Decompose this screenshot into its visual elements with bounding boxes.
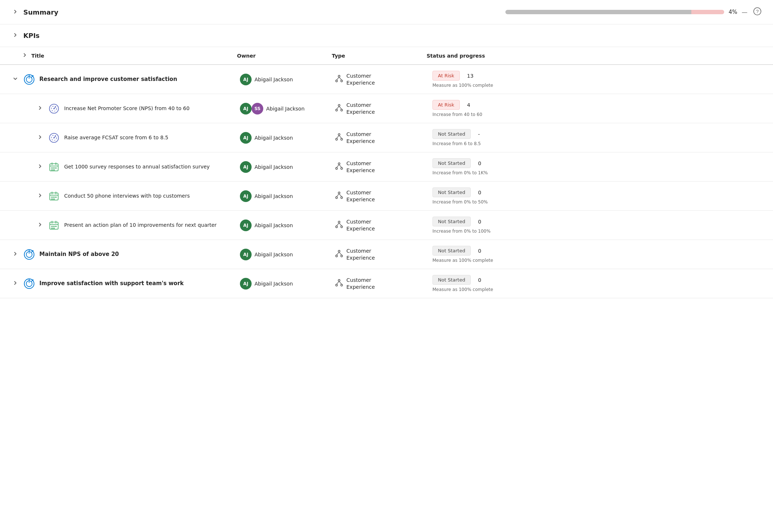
status-badge[interactable]: At Risk xyxy=(432,100,460,110)
cell-type: CustomerExperience xyxy=(332,240,427,269)
svg-line-40 xyxy=(337,165,339,168)
col-title-chevron[interactable] xyxy=(22,52,28,59)
kpis-chevron[interactable] xyxy=(12,32,19,39)
status-badge[interactable]: Not Started xyxy=(432,246,471,256)
summary-chevron[interactable] xyxy=(12,9,19,16)
row-chevron[interactable] xyxy=(36,105,44,112)
obj-title[interactable]: Get 1000 survey responses to annual sati… xyxy=(64,163,210,171)
svg-point-6 xyxy=(336,80,338,82)
obj-title[interactable]: Increase Net Promoter Score (NPS) from 4… xyxy=(64,105,190,112)
type-text: CustomerExperience xyxy=(346,248,375,261)
type-text: CustomerExperience xyxy=(346,189,375,202)
obj-title[interactable]: Improve satisfaction with support team's… xyxy=(39,280,184,287)
summary-progress: 4% — ? xyxy=(505,7,761,17)
svg-rect-48 xyxy=(55,196,57,198)
row-chevron[interactable] xyxy=(36,222,44,229)
svg-text:?: ? xyxy=(756,9,758,14)
row-chevron[interactable] xyxy=(36,134,44,141)
col-header-title: Title xyxy=(0,52,237,59)
progress-number: 0 xyxy=(475,190,481,195)
avatar-primary: AJ xyxy=(240,278,252,290)
svg-rect-32 xyxy=(51,167,53,168)
row-chevron[interactable] xyxy=(36,193,44,199)
svg-line-84 xyxy=(337,281,339,284)
type-text: CustomerExperience xyxy=(346,277,375,290)
type-icon xyxy=(335,104,343,113)
obj-title[interactable]: Maintain NPS of above 20 xyxy=(39,251,119,258)
progress-bar-track xyxy=(505,10,724,14)
owner-name: Abigail Jackson xyxy=(255,164,293,170)
svg-point-82 xyxy=(336,284,338,286)
objective-row-obj1-4: Conduct 50 phone interviews with top cus… xyxy=(0,182,773,211)
obj-title[interactable]: Raise average FCSAT score from 6 to 8.5 xyxy=(64,134,168,141)
status-badge[interactable]: At Risk xyxy=(432,71,460,81)
status-badge[interactable]: Not Started xyxy=(432,275,471,285)
svg-line-26 xyxy=(337,136,339,139)
status-badge[interactable]: Not Started xyxy=(432,217,471,226)
avatar-primary: AJ xyxy=(240,103,252,114)
status-badge[interactable]: Not Started xyxy=(432,187,471,197)
avatar-primary: AJ xyxy=(240,132,252,144)
cell-title: Research and improve customer satisfacti… xyxy=(0,65,237,94)
type-icon xyxy=(335,279,343,288)
svg-point-74 xyxy=(336,255,338,257)
svg-rect-36 xyxy=(53,169,55,171)
svg-line-68 xyxy=(337,223,339,226)
col-header-status: Status and progress xyxy=(427,53,773,59)
obj-title[interactable]: Conduct 50 phone interviews with top cus… xyxy=(64,193,190,200)
obj-title[interactable]: Research and improve customer satisfacti… xyxy=(39,75,177,83)
avatar-primary: AJ xyxy=(240,74,252,85)
svg-rect-63 xyxy=(51,228,53,229)
type-text: CustomerExperience xyxy=(346,218,375,232)
svg-rect-34 xyxy=(55,167,57,168)
obj-title[interactable]: Present an action plan of 10 improvement… xyxy=(64,222,217,229)
progress-number: 4 xyxy=(464,102,470,108)
cell-type: CustomerExperience xyxy=(332,211,427,240)
row-chevron[interactable] xyxy=(12,280,19,287)
svg-point-66 xyxy=(336,226,338,228)
svg-line-27 xyxy=(339,136,342,139)
svg-point-52 xyxy=(336,197,338,199)
svg-rect-33 xyxy=(53,167,55,168)
svg-point-75 xyxy=(341,255,343,257)
svg-point-65 xyxy=(338,221,340,223)
row-chevron[interactable] xyxy=(12,251,19,258)
help-button[interactable]: ? xyxy=(753,7,761,17)
objectives-container: Research and improve customer satisfacti… xyxy=(0,65,773,298)
cell-title: Raise average FCSAT score from 6 to 8.5 xyxy=(0,123,237,152)
svg-line-9 xyxy=(339,77,342,80)
col-header-owner: Owner xyxy=(237,53,332,59)
cell-owner: AJ Abigail Jackson xyxy=(237,152,332,181)
cell-status: Not Started 0 Increase from 0% to 100% xyxy=(427,211,773,240)
owner-name: Abigail Jackson xyxy=(255,281,293,287)
row-chevron[interactable] xyxy=(36,163,44,170)
status-badge[interactable]: Not Started xyxy=(432,158,471,168)
obj-icon xyxy=(47,160,61,174)
svg-rect-50 xyxy=(53,198,55,200)
svg-point-83 xyxy=(341,284,343,286)
minimize-button[interactable]: — xyxy=(742,9,747,16)
status-sub-text: Increase from 0% to 1K% xyxy=(432,170,767,175)
status-sub-text: Measure as 100% complete xyxy=(432,83,767,88)
type-icon xyxy=(335,191,343,201)
type-text: CustomerExperience xyxy=(346,102,375,115)
svg-rect-49 xyxy=(51,198,53,200)
type-icon xyxy=(335,74,343,84)
svg-rect-60 xyxy=(51,225,53,227)
svg-point-15 xyxy=(336,109,338,111)
svg-line-76 xyxy=(337,252,339,255)
type-icon xyxy=(335,133,343,143)
svg-rect-61 xyxy=(53,225,55,227)
svg-rect-47 xyxy=(53,196,55,198)
status-badge[interactable]: Not Started xyxy=(432,129,471,139)
cell-status: Not Started 0 Increase from 0% to 1K% xyxy=(427,152,773,181)
row-chevron[interactable] xyxy=(12,76,19,83)
cell-status: Not Started 0 Measure as 100% complete xyxy=(427,269,773,298)
svg-rect-46 xyxy=(51,196,53,198)
cell-title: Increase Net Promoter Score (NPS) from 4… xyxy=(0,94,237,123)
avatar-primary: AJ xyxy=(240,220,252,231)
svg-line-69 xyxy=(339,223,342,226)
cell-owner: AJ Abigail Jackson xyxy=(237,240,332,269)
progress-bar-pink xyxy=(691,10,724,14)
objective-row-obj1-1: Increase Net Promoter Score (NPS) from 4… xyxy=(0,94,773,123)
